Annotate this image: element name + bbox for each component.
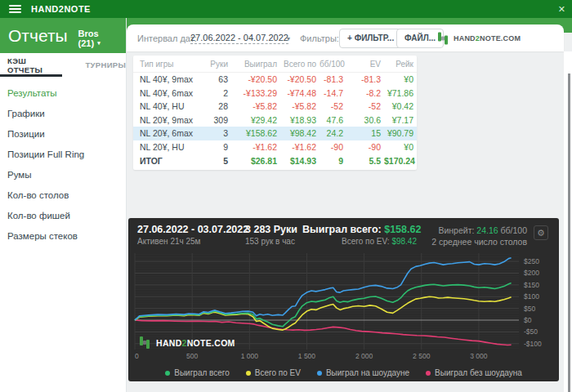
table-cell: -90 [346,140,384,154]
panel-won-block: Выиграл всего: $158.62 Всего по EV: $98.… [302,224,417,246]
table-row[interactable]: NL 40¥, 9max63-¥20.50-¥20.50-81.3-81.3¥0 [133,73,417,87]
table-cell: 9 [207,140,231,154]
table-row[interactable]: NL 20¥, HU9-¥1.62-¥1.62-90-90¥0 [133,140,417,154]
sidebar-item-4[interactable]: Румы [0,165,126,185]
tab-cash-reports[interactable]: КЭШ ОТЧЕТЫ [7,56,63,74]
chevron-down-icon[interactable]: ▾ [287,34,290,42]
panel-period: 27.06.2022 - 03.07.2022 [137,224,248,235]
hamburger-menu-icon[interactable] [9,5,21,13]
legend-label: Выиграл всего [174,368,230,377]
legend-item-2[interactable]: Выиграл на шоудауне [317,368,409,377]
table-cell: NL 20¥, HU [133,140,207,154]
sidebar-item-0[interactable]: Результаты [0,83,126,104]
sidebar-item-6[interactable]: Кол-во фишей [0,206,126,226]
graph-panel: $250$200$150$100$50$0-$50-$10005001 0001… [128,218,559,381]
avg-tables-note: 2 среднее число столов [404,237,527,247]
sidebar: Отчеты Bros (21)▾ КЭШ ОТЧЕТЫ ТУРНИРЫ Рез… [0,18,127,392]
table-row[interactable]: ИТОГ5 952$26.81$14.9395.5$170.24 [133,154,417,168]
legend-dot-icon [426,371,431,376]
hand2note-logo-icon [139,336,151,349]
column-header: Всего по EV [280,56,320,72]
window-titlebar: HAND2NOTE ✕ [0,0,572,18]
sidebar-menu: РезультатыГрафикиПозицииПозиции Full Rin… [0,77,126,247]
table-cell: 5.5 [346,154,384,168]
table-header-row: Тип игрыРукиВыиграл всегоВсего по EVбб/1… [133,56,417,73]
table-row[interactable]: NL 20¥, 9max309¥29.42¥18.9347.630.6¥7.17 [133,114,417,127]
scrollbar-thumb[interactable] [568,74,570,392]
table-cell: -¥20.50 [280,73,320,87]
sidebar-item-7[interactable]: Размеры стеков [0,226,126,247]
svg-text:1 500: 1 500 [298,352,316,360]
table-cell: 9 [320,154,346,168]
table-cell: -81.3 [320,73,346,87]
table-cell: -52 [320,100,346,114]
table-cell: ¥90.79 [384,127,417,140]
legend-item-0[interactable]: Выиграл всего [165,368,230,377]
svg-text:-$50: -$50 [524,327,538,336]
account-dropdown[interactable]: Bros (21)▾ [78,29,118,48]
svg-text:$50: $50 [524,305,535,313]
table-cell: -90 [320,140,346,154]
legend-label: Всего по EV [255,368,301,377]
svg-text:$200: $200 [524,269,539,277]
sidebar-item-2[interactable]: Позиции [0,124,126,145]
table-cell: -¥133.29 [231,87,280,100]
panel-winrate-block: Винрейт: 24.16 бб/100 2 среднее число ст… [404,225,527,247]
table-cell: -¥74.48 [280,87,320,100]
won-label: Выиграл всего: [302,224,382,235]
add-filter-button[interactable]: + ФИЛЬТР... [339,29,402,48]
table-cell: -8.2 [346,87,384,100]
sidebar-item-1[interactable]: Графики [0,104,126,124]
table-cell: ¥0 [384,140,417,154]
panel-hands-block: 3 283 Руки 153 рук в час [245,224,297,246]
table-cell: NL 20¥, 9max [133,114,207,127]
table-row[interactable]: NL 20¥, 6max3 283¥158.62¥98.4224.215¥90.… [133,127,417,140]
svg-text:3 000: 3 000 [470,352,488,360]
table-cell: -¥5.82 [280,100,320,114]
winrate-label: Винрейт: [438,225,474,235]
table-cell: NL 40¥, 6max [133,87,207,100]
filters-label: Фильтры: [300,33,339,43]
panel-hands: 3 283 Руки [245,224,297,235]
table-row[interactable]: NL 40¥, HU28-¥5.82-¥5.82-52-52¥0.42 [133,100,417,114]
legend-item-3[interactable]: Выиграл без шоудауна [426,368,522,377]
chart-legend: Выиграл всегоВсего по EVВыиграл на шоуда… [128,368,559,377]
table-cell: ¥0 [384,73,417,87]
winrate-unit: бб/100 [501,225,527,235]
table-cell: -14.7 [320,87,346,100]
hand2note-brand: HAND2NOTE.COM [156,338,235,348]
sidebar-item-5[interactable]: Кол-во столов [0,185,126,206]
table-cell: NL 40¥, 9max [133,73,207,87]
tab-tournaments[interactable]: ТУРНИРЫ [86,60,126,69]
svg-text:$100: $100 [524,292,539,301]
gear-icon[interactable]: ⚙ [534,225,548,240]
svg-text:2 500: 2 500 [413,352,431,360]
page-title: Отчеты [8,26,68,46]
sidebar-tabs: КЭШ ОТЧЕТЫ ТУРНИРЫ [0,53,126,77]
panel-active-time: Активен 21ч 25м [137,237,248,246]
table-cell: -52 [346,100,384,114]
toolbar: Интервал дат: 27.06.2022 - 04.07.2022 ▾ … [127,24,564,51]
scrollbar-track[interactable] [564,51,572,392]
table-cell: ИТОГ [133,154,207,168]
table-cell: NL 40¥, HU [133,100,207,114]
table-cell: 28 [207,100,231,114]
column-header: бб/100 [320,56,346,72]
table-cell: 309 [207,114,231,127]
table-row[interactable]: NL 40¥, 6max2 260-¥133.29-¥74.48-14.7-8.… [133,87,417,100]
table-cell: ¥29.42 [231,114,280,127]
legend-item-1[interactable]: Всего по EV [246,368,301,377]
close-icon[interactable]: ✕ [558,0,565,18]
table-cell: -¥1.62 [231,140,280,154]
hand2note-logo-icon [437,32,449,44]
table-cell: 47.6 [320,114,346,127]
table-cell: 3 283 [207,127,231,140]
column-header: Выиграл всего [231,56,280,72]
date-range-selector[interactable]: 27.06.2022 - 04.07.2022 [190,33,288,44]
legend-dot-icon [246,371,251,376]
table-cell: NL 20¥, 6max [133,127,207,140]
plus-icon: + [347,33,352,42]
sidebar-item-3[interactable]: Позиции Full Ring [0,145,126,165]
table-cell: ¥158.62 [231,127,280,140]
legend-dot-icon [317,371,322,376]
